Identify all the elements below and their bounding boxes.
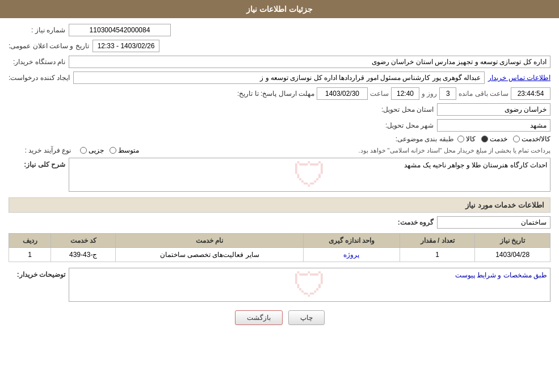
ijad-row: اطلاعات تماس خریدار عبداله گوهری پور کار… <box>9 71 550 84</box>
goroh-value: ساختمان <box>437 216 550 229</box>
tabaqe-label: طبقه بندی موضوعی: <box>396 135 454 143</box>
radio-jazii[interactable]: جزیی <box>80 146 104 154</box>
radio-kala-khedmat[interactable]: کالا/خدمت <box>513 135 550 143</box>
radio-jazii-label: جزیی <box>89 146 104 154</box>
radio-khedmat-label: خدمت <box>490 135 507 143</box>
countdown-value: 23:44:54 <box>511 87 550 100</box>
ostan-row: خراسان رضوی استان محل تحویل: <box>9 103 550 116</box>
mohlat-row: 23:44:54 ساعت باقی مانده 3 روز و 12:40 س… <box>9 87 550 100</box>
print-button[interactable]: چاپ <box>288 310 325 325</box>
radio-kala-label: کالا <box>466 135 476 143</box>
content-area: 1103004542000084 شماره نیاز : 1403/02/26… <box>0 18 559 336</box>
radio-kala-khedmat-label: کالا/خدمت <box>522 135 550 143</box>
shmare-niaz-value: 1103004542000084 <box>69 24 171 36</box>
page-title: جزئیات اطلاعات نیاز <box>246 5 313 14</box>
services-table: تاریخ نیاز تعداد / مقدار واحد اندازه گیر… <box>9 233 550 262</box>
col-code: کد خدمت <box>51 234 116 248</box>
goroh-row: ساختمان گروه خدمت: <box>9 216 550 229</box>
radio-kala[interactable]: کالا <box>457 135 476 143</box>
cell-tarikh: 1403/04/28 <box>475 248 550 262</box>
mohlat-rooz-label: روز و <box>422 90 437 98</box>
service-section-title: اطلاعات خدمات مورد نیاز <box>9 197 550 213</box>
radio-motevaset[interactable]: متوسط <box>110 146 139 154</box>
ijad-label: ایجاد کننده درخواست: <box>9 74 70 82</box>
shahr-value: مشهد <box>437 119 550 132</box>
tosif-box: 🛡 طبق مشخصات و شرایط پیوست <box>69 268 550 302</box>
mohlat-date-value: 1403/02/30 <box>317 87 368 100</box>
nam-dastgah-label: نام دستگاه خریدار: <box>9 58 65 66</box>
col-tedad: تعداد / مقدار <box>400 234 475 248</box>
col-vahad: واحد اندازه گیری <box>303 234 400 248</box>
col-tarikh: تاریخ نیاز <box>475 234 550 248</box>
mohlat-saat-label: ساعت <box>370 90 389 98</box>
nooe-row: پرداخت تمام یا بخشی از مبلغ خریدار محل "… <box>9 146 550 154</box>
page-header: جزئیات اطلاعات نیاز <box>0 0 559 18</box>
col-name: نام خدمت <box>116 234 304 248</box>
countdown-label: ساعت باقی مانده <box>459 90 508 98</box>
tarikh-label: تاریخ و ساعت اعلان عمومی: <box>9 42 89 50</box>
watermark: 🛡 <box>293 158 327 192</box>
sharh-box: 🛡 احداث کارگاه هنرستان طلا و جواهر ناحیه… <box>69 158 550 192</box>
radio-khedmat-circle <box>481 136 488 142</box>
sharh-row: 🛡 احداث کارگاه هنرستان طلا و جواهر ناحیه… <box>9 158 550 192</box>
shmare-niaz-row: 1103004542000084 شماره نیاز : <box>9 24 550 36</box>
tosif-value: طبق مشخصات و شرایط پیوست <box>455 271 547 279</box>
radio-kala-khedmat-circle <box>513 136 520 142</box>
tarikh-value: 1403/02/26 - 12:33 <box>93 40 160 52</box>
ostan-label: استان محل تحویل: <box>377 106 434 113</box>
shahr-label: شهر محل تحویل: <box>377 121 434 129</box>
nooe-label: نوع فرآیند خرید : <box>9 146 71 154</box>
cell-tedad: 1 <box>400 248 475 262</box>
col-radif: ردیف <box>9 234 51 248</box>
sharh-label: شرح کلی نیاز: <box>9 158 65 168</box>
shahr-row: مشهد شهر محل تحویل: <box>9 119 550 132</box>
radio-motevaset-label: متوسط <box>118 146 139 154</box>
radio-motevaset-circle <box>110 147 116 154</box>
radio-kala-circle <box>457 136 464 142</box>
radio-jazii-circle <box>80 147 87 154</box>
nooe-group: متوسط جزیی <box>80 146 139 154</box>
watermark2: 🛡 <box>293 268 327 302</box>
nam-dastgah-row: اداره کل توسازی توسعه و تجهیز مدارس استا… <box>9 56 550 68</box>
nooe-description: پرداخت تمام یا بخشی از مبلغ خریدار محل "… <box>142 147 550 154</box>
ostan-value: خراسان رضوی <box>437 103 550 116</box>
btn-row: چاپ بازگشت <box>9 310 550 325</box>
cell-name: سایر فعالیت‌های تخصصی ساختمان <box>116 248 304 262</box>
mohlat-rooz-value: 3 <box>439 87 456 100</box>
nam-dastgah-value: اداره کل توسازی توسعه و تجهیز مدارس استا… <box>69 56 550 68</box>
tabaqe-row: کالا/خدمت خدمت کالا طبقه بندی موضوعی: <box>9 135 550 143</box>
back-button[interactable]: بازگشت <box>235 310 283 325</box>
cell-radif: 1 <box>9 248 51 262</box>
tarikh-row: 1403/02/26 - 12:33 تاریخ و ساعت اعلان عم… <box>9 40 550 52</box>
mohlat-label: مهلت ارسال پاسخ: تا تاریخ: <box>237 90 314 98</box>
shmare-niaz-label: شماره نیاز : <box>9 26 65 34</box>
page-container: جزئیات اطلاعات نیاز 1103004542000084 شما… <box>0 0 559 392</box>
tabaqe-group: کالا/خدمت خدمت کالا <box>457 135 550 143</box>
mohlat-saat-value: 12:40 <box>391 87 419 100</box>
cell-vahad: پروژه <box>303 248 400 262</box>
tosif-label: توضیحات خریدار: <box>9 268 65 279</box>
goroh-label: گروه خدمت: <box>377 218 434 226</box>
cell-code: ج-43-439 <box>51 248 116 262</box>
table-row: 1403/04/281پروژهسایر فعالیت‌های تخصصی سا… <box>9 248 550 262</box>
sharh-value: احداث کارگاه هنرستان طلا و جواهر ناحیه ی… <box>404 161 547 169</box>
ijad-link[interactable]: اطلاعات تماس خریدار <box>488 74 550 82</box>
radio-khedmat[interactable]: خدمت <box>481 135 507 143</box>
ijad-value: عبداله گوهری پور کارشناس مسئول امور قرار… <box>73 71 485 84</box>
tosif-row: 🛡 طبق مشخصات و شرایط پیوست توضیحات خریدا… <box>9 268 550 302</box>
